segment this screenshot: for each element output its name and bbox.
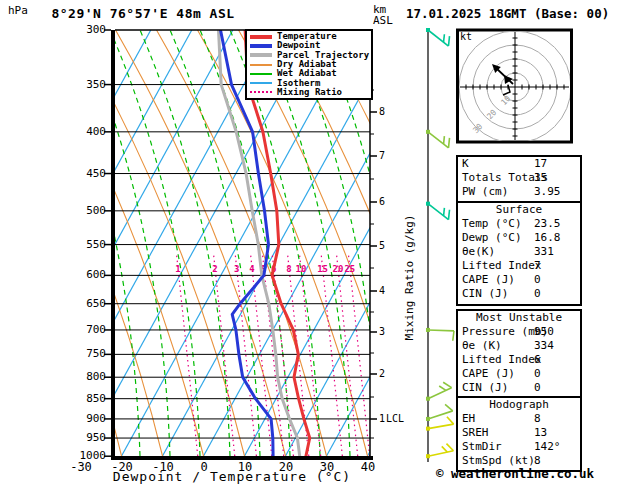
table-row: Pressure (mb)950: [458, 325, 580, 339]
station-title: 8°29'N 76°57'E 48m ASL: [40, 6, 246, 21]
pressure-tick-label: 400: [76, 125, 106, 138]
pressure-tick-label: 950: [76, 431, 106, 444]
row-label: CAPE (J): [462, 367, 515, 380]
table-row: θe(K)331: [458, 245, 580, 259]
wind-barb: [426, 28, 450, 46]
mixing-ratio-value-label: 3: [234, 264, 239, 274]
most-unstable-table: Most UnstablePressure (mb)950θe (K)334Li…: [456, 309, 582, 400]
temperature-tick-label: 0: [184, 460, 224, 474]
temperature-tick-label: 40: [348, 460, 388, 474]
indices-table: K17Totals Totals35PW (cm)3.95: [456, 155, 582, 205]
table-row: CIN (J)0: [458, 381, 580, 395]
mixing-ratio-value-label: 25: [344, 264, 355, 274]
table-section-title: Most Unstable: [458, 311, 580, 325]
pressure-tick-label: 550: [76, 238, 106, 251]
row-value: 7: [534, 259, 541, 273]
mixing-ratio-value-label: 20: [333, 264, 344, 274]
legend-line-sample: [250, 44, 272, 48]
row-value: 331: [534, 245, 554, 259]
row-label: CAPE (J): [462, 273, 515, 286]
wind-barb: [426, 328, 454, 341]
mixing-ratio-value-label: 15: [317, 264, 328, 274]
table-row: θe (K)334: [458, 339, 580, 353]
row-label: StmDir: [462, 440, 502, 453]
temperature-tick-label: 10: [225, 460, 265, 474]
legend-box: TemperatureDewpointParcel TrajectoryDry …: [245, 29, 373, 100]
row-value: 142°: [534, 440, 561, 454]
km-tick-label: 8: [379, 106, 385, 117]
temperature-tick-label: -20: [102, 460, 142, 474]
pressure-tick-label: 750: [76, 347, 106, 360]
legend-item: Mixing Ratio: [247, 88, 371, 97]
row-value: 17: [534, 157, 547, 171]
row-value: 8: [534, 412, 541, 426]
lcl-label: LCL: [386, 413, 404, 424]
pressure-tick-label: 700: [76, 323, 106, 336]
wind-barb: [426, 382, 452, 400]
row-value: 6: [534, 353, 541, 367]
legend-line-sample: [250, 35, 272, 39]
row-label: PW (cm): [462, 185, 508, 198]
row-label: Temp (°C): [462, 217, 522, 230]
km-tick-label: 6: [379, 196, 385, 207]
row-value: 3.95: [534, 185, 561, 199]
copyright-label: © weatheronline.co.uk: [436, 466, 594, 481]
table-row: PW (cm)3.95: [458, 185, 580, 199]
table-row: K17: [458, 157, 580, 171]
pressure-tick-label: 450: [76, 167, 106, 180]
row-value: 16.8: [534, 231, 561, 245]
surface-table: SurfaceTemp (°C)23.5Dewp (°C)16.8θe(K)33…: [456, 201, 582, 306]
table-row: Lifted Index7: [458, 259, 580, 273]
temperature-tick-label: 30: [307, 460, 347, 474]
legend-line-sample: [250, 91, 272, 93]
mixing-ratio-value-label: 10: [296, 264, 307, 274]
temperature-tick-label: -30: [61, 460, 101, 474]
pressure-tick-label: 650: [76, 297, 106, 310]
pressure-tick-label: 600: [76, 268, 106, 281]
table-row: CAPE (J)0: [458, 367, 580, 381]
km-tick-label: 3: [379, 326, 385, 337]
datetime-label: 17.01.2025 18GMT (Base: 00): [406, 6, 629, 21]
row-label: θe(K): [462, 245, 495, 258]
mixing-ratio-axis-title: Mixing Ratio (g/kg): [403, 213, 416, 343]
row-value: 35: [534, 171, 547, 185]
row-label: EH: [462, 412, 475, 425]
legend-item-label: Wet Adiabat: [277, 69, 337, 78]
km-tick-label: 7: [379, 150, 385, 161]
table-row: StmDir142°: [458, 440, 580, 454]
table-row: CAPE (J)0: [458, 273, 580, 287]
km-tick-label: 4: [379, 285, 385, 296]
mixing-ratio-value-label: 1: [175, 264, 180, 274]
pressure-tick-label: 500: [76, 204, 106, 217]
mixing-ratio-value-label: 2: [212, 264, 217, 274]
row-label: Dewp (°C): [462, 231, 522, 244]
km-tick-label: 2: [379, 368, 385, 379]
temperature-tick-label: -10: [143, 460, 183, 474]
row-value: 13: [534, 426, 547, 440]
row-label: SREH: [462, 426, 489, 439]
km-tick-label: 5: [379, 240, 385, 251]
row-value: 23.5: [534, 217, 561, 231]
wind-barb-column: [426, 28, 454, 462]
pressure-tick-label: 850: [76, 392, 106, 405]
mixing-ratio-value-label: 8: [286, 264, 291, 274]
row-label: CIN (J): [462, 381, 508, 394]
pressure-tick-label: 900: [76, 412, 106, 425]
pressure-tick-label: 300: [76, 23, 106, 36]
legend-line-sample: [250, 64, 272, 66]
table-row: Temp (°C)23.5: [458, 217, 580, 231]
row-value: 0: [534, 381, 541, 395]
sounding-page: 123456810152025 hPa 8°29'N 76°57'E 48m A…: [0, 0, 629, 486]
legend-line-sample: [250, 53, 272, 57]
row-value: 334: [534, 339, 554, 353]
wind-barb: [426, 444, 453, 459]
row-label: CIN (J): [462, 287, 508, 300]
row-value: 0: [534, 287, 541, 301]
row-label: K: [462, 157, 469, 170]
hodograph-unit-label: kt: [460, 31, 472, 42]
wind-barb: [426, 202, 450, 220]
mixing-ratio-value-label: 4: [249, 264, 255, 274]
pressure-tick-label: 800: [76, 370, 106, 383]
row-value: 0: [534, 367, 541, 381]
row-label: θe (K): [462, 339, 502, 352]
